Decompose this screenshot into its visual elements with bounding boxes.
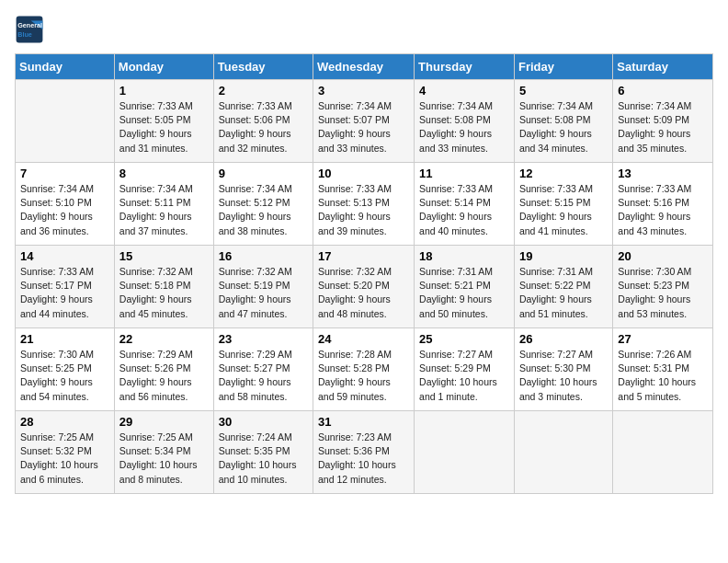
day-number: 22: [119, 332, 209, 346]
day-number: 10: [318, 167, 409, 180]
day-number: 1: [119, 84, 209, 98]
day-number: 5: [519, 84, 608, 98]
calendar-cell: 18Sunrise: 7:31 AM Sunset: 5:21 PM Dayli…: [415, 246, 515, 328]
day-number: 8: [119, 167, 209, 180]
calendar-cell: 27Sunrise: 7:26 AM Sunset: 5:31 PM Dayli…: [613, 328, 713, 411]
calendar-cell: 4Sunrise: 7:34 AM Sunset: 5:08 PM Daylig…: [415, 80, 515, 163]
calendar-cell: 25Sunrise: 7:27 AM Sunset: 5:29 PM Dayli…: [415, 328, 515, 411]
weekday-header-wednesday: Wednesday: [313, 54, 415, 80]
weekday-header-thursday: Thursday: [415, 54, 515, 80]
day-info: Sunrise: 7:32 AM Sunset: 5:19 PM Dayligh…: [219, 265, 308, 321]
day-info: Sunrise: 7:34 AM Sunset: 5:08 PM Dayligh…: [519, 99, 608, 155]
calendar-cell: 23Sunrise: 7:29 AM Sunset: 5:27 PM Dayli…: [213, 328, 313, 411]
day-number: 3: [318, 84, 409, 98]
day-info: Sunrise: 7:29 AM Sunset: 5:27 PM Dayligh…: [219, 348, 308, 404]
calendar-cell: 8Sunrise: 7:34 AM Sunset: 5:11 PM Daylig…: [114, 163, 213, 246]
day-info: Sunrise: 7:28 AM Sunset: 5:28 PM Dayligh…: [318, 348, 409, 404]
calendar-cell: 28Sunrise: 7:25 AM Sunset: 5:32 PM Dayli…: [16, 411, 115, 494]
day-info: Sunrise: 7:34 AM Sunset: 5:08 PM Dayligh…: [419, 99, 509, 155]
calendar-cell: 3Sunrise: 7:34 AM Sunset: 5:07 PM Daylig…: [313, 80, 415, 163]
day-info: Sunrise: 7:33 AM Sunset: 5:16 PM Dayligh…: [618, 182, 708, 238]
calendar-cell: 20Sunrise: 7:30 AM Sunset: 5:23 PM Dayli…: [613, 246, 713, 328]
day-info: Sunrise: 7:34 AM Sunset: 5:11 PM Dayligh…: [119, 182, 209, 238]
calendar-cell: 9Sunrise: 7:34 AM Sunset: 5:12 PM Daylig…: [213, 163, 313, 246]
day-number: 11: [419, 167, 509, 180]
week-row-3: 14Sunrise: 7:33 AM Sunset: 5:17 PM Dayli…: [16, 246, 713, 328]
day-info: Sunrise: 7:33 AM Sunset: 5:13 PM Dayligh…: [318, 182, 409, 238]
day-info: Sunrise: 7:33 AM Sunset: 5:17 PM Dayligh…: [20, 265, 109, 321]
day-info: Sunrise: 7:32 AM Sunset: 5:20 PM Dayligh…: [318, 265, 409, 321]
weekday-header-monday: Monday: [114, 54, 213, 80]
calendar-cell: 16Sunrise: 7:32 AM Sunset: 5:19 PM Dayli…: [213, 246, 313, 328]
day-number: 7: [20, 167, 109, 180]
day-number: 13: [618, 167, 708, 180]
calendar-cell: 12Sunrise: 7:33 AM Sunset: 5:15 PM Dayli…: [514, 163, 612, 246]
day-info: Sunrise: 7:33 AM Sunset: 5:14 PM Dayligh…: [419, 182, 509, 238]
day-info: Sunrise: 7:34 AM Sunset: 5:09 PM Dayligh…: [618, 99, 708, 155]
day-info: Sunrise: 7:31 AM Sunset: 5:22 PM Dayligh…: [519, 265, 608, 321]
weekday-header-friday: Friday: [514, 54, 612, 80]
day-info: Sunrise: 7:30 AM Sunset: 5:23 PM Dayligh…: [618, 265, 708, 321]
day-number: 16: [219, 249, 308, 263]
day-number: 4: [419, 84, 509, 98]
calendar-cell: 6Sunrise: 7:34 AM Sunset: 5:09 PM Daylig…: [613, 80, 713, 163]
calendar-cell: 22Sunrise: 7:29 AM Sunset: 5:26 PM Dayli…: [114, 328, 213, 411]
day-info: Sunrise: 7:32 AM Sunset: 5:18 PM Dayligh…: [119, 265, 209, 321]
day-number: 26: [519, 332, 608, 346]
calendar-cell: 24Sunrise: 7:28 AM Sunset: 5:28 PM Dayli…: [313, 328, 415, 411]
page-header: General Blue: [15, 15, 713, 44]
day-info: Sunrise: 7:27 AM Sunset: 5:29 PM Dayligh…: [419, 348, 509, 404]
week-row-2: 7Sunrise: 7:34 AM Sunset: 5:10 PM Daylig…: [16, 163, 713, 246]
day-number: 31: [318, 415, 409, 429]
day-info: Sunrise: 7:34 AM Sunset: 5:10 PM Dayligh…: [20, 182, 109, 238]
day-number: 20: [618, 249, 708, 263]
day-number: 28: [20, 415, 109, 429]
calendar-cell: 11Sunrise: 7:33 AM Sunset: 5:14 PM Dayli…: [415, 163, 515, 246]
week-row-1: 1Sunrise: 7:33 AM Sunset: 5:05 PM Daylig…: [16, 80, 713, 163]
calendar-cell: 13Sunrise: 7:33 AM Sunset: 5:16 PM Dayli…: [613, 163, 713, 246]
day-number: 29: [119, 415, 209, 429]
day-number: 19: [519, 249, 608, 263]
calendar-cell: 31Sunrise: 7:23 AM Sunset: 5:36 PM Dayli…: [313, 411, 415, 494]
week-row-5: 28Sunrise: 7:25 AM Sunset: 5:32 PM Dayli…: [16, 411, 713, 494]
day-info: Sunrise: 7:23 AM Sunset: 5:36 PM Dayligh…: [318, 431, 409, 487]
day-number: 12: [519, 167, 608, 180]
weekday-header-tuesday: Tuesday: [213, 54, 313, 80]
svg-text:General: General: [17, 21, 42, 29]
day-number: 14: [20, 249, 109, 263]
calendar-cell: 1Sunrise: 7:33 AM Sunset: 5:05 PM Daylig…: [114, 80, 213, 163]
day-number: 24: [318, 332, 409, 346]
calendar-cell: 5Sunrise: 7:34 AM Sunset: 5:08 PM Daylig…: [514, 80, 612, 163]
calendar-cell: 15Sunrise: 7:32 AM Sunset: 5:18 PM Dayli…: [114, 246, 213, 328]
day-info: Sunrise: 7:25 AM Sunset: 5:32 PM Dayligh…: [20, 431, 109, 487]
day-number: 21: [20, 332, 109, 346]
day-number: 17: [318, 249, 409, 263]
header-row: SundayMondayTuesdayWednesdayThursdayFrid…: [16, 54, 713, 80]
calendar-cell: 21Sunrise: 7:30 AM Sunset: 5:25 PM Dayli…: [16, 328, 115, 411]
calendar-cell: [16, 80, 115, 163]
day-number: 27: [618, 332, 708, 346]
calendar-table: SundayMondayTuesdayWednesdayThursdayFrid…: [15, 53, 713, 494]
day-number: 6: [618, 84, 708, 98]
day-info: Sunrise: 7:30 AM Sunset: 5:25 PM Dayligh…: [20, 348, 109, 404]
day-info: Sunrise: 7:26 AM Sunset: 5:31 PM Dayligh…: [618, 348, 708, 404]
day-number: 25: [419, 332, 509, 346]
day-info: Sunrise: 7:25 AM Sunset: 5:34 PM Dayligh…: [119, 431, 209, 487]
day-info: Sunrise: 7:29 AM Sunset: 5:26 PM Dayligh…: [119, 348, 209, 404]
day-number: 15: [119, 249, 209, 263]
calendar-cell: 30Sunrise: 7:24 AM Sunset: 5:35 PM Dayli…: [213, 411, 313, 494]
day-info: Sunrise: 7:34 AM Sunset: 5:12 PM Dayligh…: [219, 182, 308, 238]
day-number: 2: [219, 84, 308, 98]
calendar-cell: 26Sunrise: 7:27 AM Sunset: 5:30 PM Dayli…: [514, 328, 612, 411]
calendar-cell: 2Sunrise: 7:33 AM Sunset: 5:06 PM Daylig…: [213, 80, 313, 163]
day-info: Sunrise: 7:34 AM Sunset: 5:07 PM Dayligh…: [318, 99, 409, 155]
day-info: Sunrise: 7:27 AM Sunset: 5:30 PM Dayligh…: [519, 348, 608, 404]
day-number: 23: [219, 332, 308, 346]
calendar-cell: 14Sunrise: 7:33 AM Sunset: 5:17 PM Dayli…: [16, 246, 115, 328]
calendar-cell: [415, 411, 515, 494]
day-number: 30: [219, 415, 308, 429]
svg-text:Blue: Blue: [17, 30, 32, 39]
calendar-cell: 17Sunrise: 7:32 AM Sunset: 5:20 PM Dayli…: [313, 246, 415, 328]
day-info: Sunrise: 7:33 AM Sunset: 5:05 PM Dayligh…: [119, 99, 209, 155]
day-info: Sunrise: 7:33 AM Sunset: 5:15 PM Dayligh…: [519, 182, 608, 238]
